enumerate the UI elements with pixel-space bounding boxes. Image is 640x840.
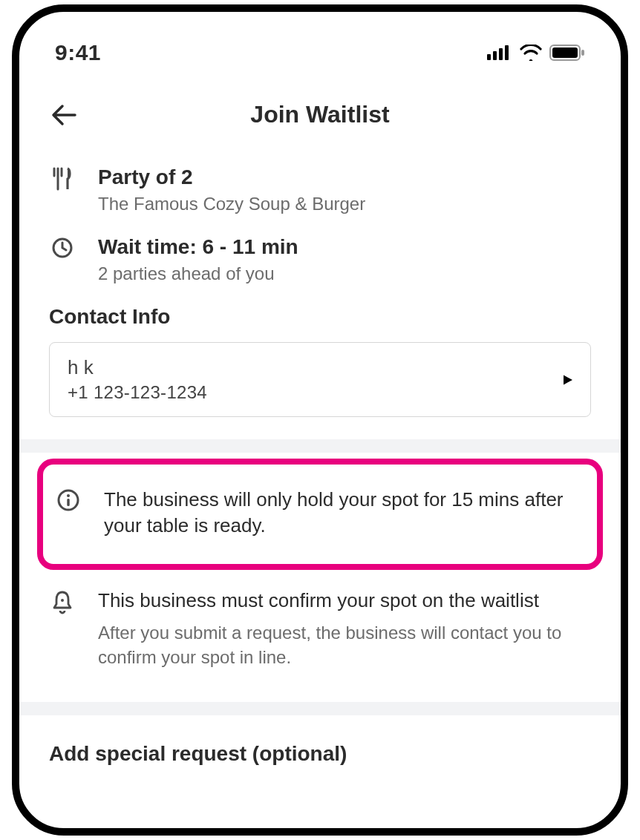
svg-rect-2 bbox=[499, 48, 503, 60]
page-title: Join Waitlist bbox=[49, 101, 591, 128]
contact-name: h k bbox=[68, 356, 207, 379]
section-divider bbox=[19, 702, 621, 715]
special-request-heading: Add special request (optional) bbox=[49, 742, 591, 766]
status-bar: 9:41 bbox=[19, 12, 621, 71]
clock-icon bbox=[51, 237, 74, 259]
status-time: 9:41 bbox=[55, 40, 101, 65]
hold-notice-row: The business will only hold your spot fo… bbox=[55, 472, 585, 557]
contact-card[interactable]: h k +1 123-123-1234 bbox=[49, 342, 591, 417]
hold-notice-text: The business will only hold your spot fo… bbox=[104, 487, 585, 539]
confirm-notice-title: This business must confirm your spot on … bbox=[98, 588, 591, 614]
svg-point-11 bbox=[61, 599, 64, 602]
battery-icon bbox=[549, 45, 585, 61]
wifi-icon bbox=[520, 45, 542, 61]
device-frame: 9:41 Join Wait bbox=[12, 4, 628, 836]
info-icon bbox=[56, 488, 80, 512]
svg-rect-6 bbox=[581, 50, 584, 56]
bell-icon bbox=[50, 589, 74, 614]
svg-rect-3 bbox=[505, 45, 509, 60]
svg-rect-10 bbox=[67, 499, 69, 506]
wait-time-label: Wait time: 6 - 11 min bbox=[98, 235, 591, 259]
nav-header: Join Waitlist bbox=[19, 71, 621, 143]
caret-right-icon bbox=[564, 375, 572, 384]
svg-point-9 bbox=[67, 494, 70, 497]
venue-name: The Famous Cozy Soup & Burger bbox=[98, 194, 591, 214]
contact-info-heading: Contact Info bbox=[49, 305, 591, 329]
utensils-icon bbox=[51, 167, 74, 191]
party-size-label: Party of 2 bbox=[98, 165, 591, 189]
svg-rect-1 bbox=[493, 51, 497, 60]
back-button[interactable] bbox=[49, 100, 79, 130]
status-indicators bbox=[487, 45, 585, 61]
party-row: Party of 2 The Famous Cozy Soup & Burger bbox=[49, 165, 591, 214]
queue-position: 2 parties ahead of you bbox=[98, 263, 591, 284]
highlight-annotation: The business will only hold your spot fo… bbox=[37, 459, 603, 570]
arrow-left-icon bbox=[51, 104, 76, 126]
cellular-icon bbox=[487, 45, 512, 60]
section-divider bbox=[19, 439, 621, 453]
contact-phone: +1 123-123-1234 bbox=[68, 382, 207, 403]
confirm-notice-row: This business must confirm your spot on … bbox=[49, 573, 591, 680]
confirm-notice-detail: After you submit a request, the business… bbox=[98, 621, 591, 669]
svg-rect-0 bbox=[487, 54, 491, 60]
svg-rect-5 bbox=[552, 47, 578, 58]
wait-time-row: Wait time: 6 - 11 min 2 parties ahead of… bbox=[49, 235, 591, 284]
